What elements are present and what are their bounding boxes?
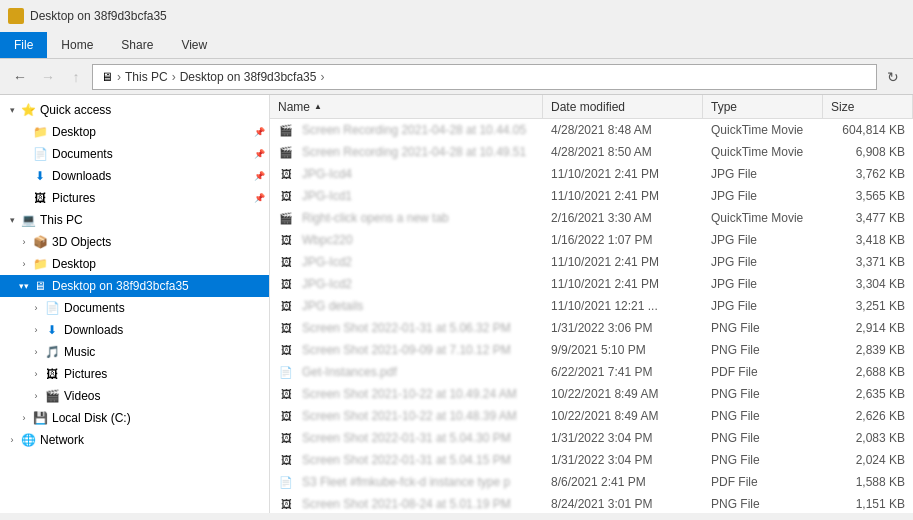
tab-home[interactable]: Home bbox=[47, 32, 107, 58]
desktop-pc-icon: 📁 bbox=[32, 256, 48, 272]
table-row[interactable]: 🎬Right-click opens a new tab2/16/2021 3:… bbox=[270, 207, 913, 229]
file-icon: 🖼 bbox=[278, 386, 294, 402]
sidebar-item-downloads-qa[interactable]: ⬇ Downloads 📌 bbox=[0, 165, 269, 187]
this-pc-label: This PC bbox=[40, 213, 265, 227]
sidebar-item-desktop-pc[interactable]: 📁 Desktop bbox=[0, 253, 269, 275]
file-name: S3 Fleet #fmkube-fck-d instance type p bbox=[302, 475, 510, 489]
file-icon: 🖼 bbox=[278, 496, 294, 512]
file-date: 2/16/2021 3:30 AM bbox=[543, 207, 703, 229]
col-header-size[interactable]: Size bbox=[823, 95, 913, 118]
file-size: 2,914 KB bbox=[823, 317, 913, 339]
table-row[interactable]: 🖼JPG-Icd411/10/2021 2:41 PMJPG File3,762… bbox=[270, 163, 913, 185]
downloads-pc-icon: ⬇ bbox=[44, 322, 60, 338]
file-type: JPG File bbox=[703, 295, 823, 317]
file-date: 1/16/2022 1:07 PM bbox=[543, 229, 703, 251]
file-icon: 🎬 bbox=[278, 144, 294, 160]
table-row[interactable]: 📄S3 Fleet #fmkube-fck-d instance type p8… bbox=[270, 471, 913, 493]
quick-access-expand bbox=[4, 102, 20, 118]
sidebar-item-quick-access[interactable]: ⭐ Quick access bbox=[0, 99, 269, 121]
file-icon: 🖼 bbox=[278, 188, 294, 204]
file-size: 3,762 KB bbox=[823, 163, 913, 185]
file-size: 3,371 KB bbox=[823, 251, 913, 273]
tab-view[interactable]: View bbox=[167, 32, 221, 58]
table-row[interactable]: 🖼JPG details11/10/2021 12:21 ...JPG File… bbox=[270, 295, 913, 317]
file-size: 2,626 KB bbox=[823, 405, 913, 427]
up-button[interactable]: ↑ bbox=[64, 65, 88, 89]
file-type: QuickTime Movie bbox=[703, 141, 823, 163]
col-header-name[interactable]: Name ▲ bbox=[270, 95, 543, 118]
sidebar-item-this-pc[interactable]: 💻 This PC bbox=[0, 209, 269, 231]
file-icon: 🖼 bbox=[278, 298, 294, 314]
file-type: JPG File bbox=[703, 163, 823, 185]
app-icon bbox=[8, 8, 24, 24]
right-panel: Name ▲ Date modified Type Size 🎬Screen R… bbox=[270, 95, 913, 513]
3d-objects-label: 3D Objects bbox=[52, 235, 265, 249]
file-date: 9/9/2021 5:10 PM bbox=[543, 339, 703, 361]
forward-button[interactable]: → bbox=[36, 65, 60, 89]
this-pc-expand bbox=[4, 212, 20, 228]
sidebar-item-3d-objects[interactable]: 📦 3D Objects bbox=[0, 231, 269, 253]
refresh-button[interactable]: ↻ bbox=[881, 65, 905, 89]
downloads-qa-label: Downloads bbox=[52, 169, 252, 183]
table-row[interactable]: 🖼Screen Shot 2021-10-22 at 10.49.24 AM10… bbox=[270, 383, 913, 405]
table-row[interactable]: 🖼JPG-Icd211/10/2021 2:41 PMJPG File3,371… bbox=[270, 251, 913, 273]
file-icon: 🖼 bbox=[278, 342, 294, 358]
col-header-date[interactable]: Date modified bbox=[543, 95, 703, 118]
sidebar-item-pictures-qa[interactable]: 🖼 Pictures 📌 bbox=[0, 187, 269, 209]
sidebar-item-documents-qa[interactable]: 📄 Documents 📌 bbox=[0, 143, 269, 165]
file-icon: 📄 bbox=[278, 474, 294, 490]
table-row[interactable]: 🖼Screen Shot 2022-01-31 at 5.06.32 PM1/3… bbox=[270, 317, 913, 339]
file-name: Get-Instances.pdf bbox=[302, 365, 397, 379]
table-row[interactable]: 📄Get-Instances.pdf6/22/2021 7:41 PMPDF F… bbox=[270, 361, 913, 383]
documents-pc-label: Documents bbox=[64, 301, 265, 315]
file-type: PNG File bbox=[703, 449, 823, 471]
ribbon-tabs: File Home Share View bbox=[0, 32, 913, 58]
file-size: 2,635 KB bbox=[823, 383, 913, 405]
tab-share[interactable]: Share bbox=[107, 32, 167, 58]
file-icon: 🖼 bbox=[278, 166, 294, 182]
breadcrumb-desktop[interactable]: Desktop on 38f9d3bcfa35 bbox=[180, 70, 317, 84]
file-type: JPG File bbox=[703, 229, 823, 251]
table-row[interactable]: 🎬Screen Recording 2021-04-28 at 10.49.51… bbox=[270, 141, 913, 163]
file-type: PNG File bbox=[703, 339, 823, 361]
sidebar-item-downloads-pc[interactable]: ⬇ Downloads bbox=[0, 319, 269, 341]
sidebar-item-videos-pc[interactable]: 🎬 Videos bbox=[0, 385, 269, 407]
file-icon: 🎬 bbox=[278, 210, 294, 226]
pin-icon-documents: 📌 bbox=[254, 149, 265, 159]
ribbon: File Home Share View bbox=[0, 32, 913, 59]
sidebar-item-desktop-qa[interactable]: 📁 Desktop 📌 bbox=[0, 121, 269, 143]
file-icon: 🖼 bbox=[278, 320, 294, 336]
table-row[interactable]: 🖼Screen Shot 2021-08-24 at 5.01.19 PM8/2… bbox=[270, 493, 913, 513]
table-row[interactable]: 🖼JPG-Icd211/10/2021 2:41 PMJPG File3,304… bbox=[270, 273, 913, 295]
sidebar-item-pictures-pc[interactable]: 🖼 Pictures bbox=[0, 363, 269, 385]
file-type: PNG File bbox=[703, 493, 823, 513]
sidebar-item-music-pc[interactable]: 🎵 Music bbox=[0, 341, 269, 363]
file-name: Right-click opens a new tab bbox=[302, 211, 449, 225]
tab-file[interactable]: File bbox=[0, 32, 47, 58]
desktop-remote-icon: 🖥 bbox=[32, 278, 48, 294]
sidebar-item-documents-pc[interactable]: 📄 Documents bbox=[0, 297, 269, 319]
sidebar-item-desktop-remote[interactable]: ▾ 🖥 Desktop on 38f9d3bcfa35 bbox=[0, 275, 269, 297]
back-button[interactable]: ← bbox=[8, 65, 32, 89]
pictures-pc-label: Pictures bbox=[64, 367, 265, 381]
table-row[interactable]: 🖼Screen Shot 2021-10-22 at 10.48.39 AM10… bbox=[270, 405, 913, 427]
column-header: Name ▲ Date modified Type Size bbox=[270, 95, 913, 119]
sidebar-item-local-disk[interactable]: 💾 Local Disk (C:) bbox=[0, 407, 269, 429]
table-row[interactable]: 🖼Wbpc2201/16/2022 1:07 PMJPG File3,418 K… bbox=[270, 229, 913, 251]
pictures-qa-icon: 🖼 bbox=[32, 190, 48, 206]
file-date: 1/31/2022 3:04 PM bbox=[543, 449, 703, 471]
file-type: JPG File bbox=[703, 251, 823, 273]
title-bar: Desktop on 38f9d3bcfa35 bbox=[0, 0, 913, 32]
table-row[interactable]: 🖼JPG-Icd111/10/2021 2:41 PMJPG File3,565… bbox=[270, 185, 913, 207]
sidebar-item-network[interactable]: 🌐 Network bbox=[0, 429, 269, 451]
desktop-remote-label: Desktop on 38f9d3bcfa35 bbox=[52, 279, 265, 293]
file-date: 4/28/2021 8:50 AM bbox=[543, 141, 703, 163]
table-row[interactable]: 🎬Screen Recording 2021-04-28 at 10.44.05… bbox=[270, 119, 913, 141]
table-row[interactable]: 🖼Screen Shot 2021-09-09 at 7.10.12 PM9/9… bbox=[270, 339, 913, 361]
breadcrumb-this-pc[interactable]: This PC bbox=[125, 70, 168, 84]
table-row[interactable]: 🖼Screen Shot 2022-01-31 at 5.04.15 PM1/3… bbox=[270, 449, 913, 471]
table-row[interactable]: 🖼Screen Shot 2022-01-31 at 5.04.30 PM1/3… bbox=[270, 427, 913, 449]
address-path[interactable]: 🖥 › This PC › Desktop on 38f9d3bcfa35 › bbox=[92, 64, 877, 90]
file-type: PDF File bbox=[703, 471, 823, 493]
col-header-type[interactable]: Type bbox=[703, 95, 823, 118]
